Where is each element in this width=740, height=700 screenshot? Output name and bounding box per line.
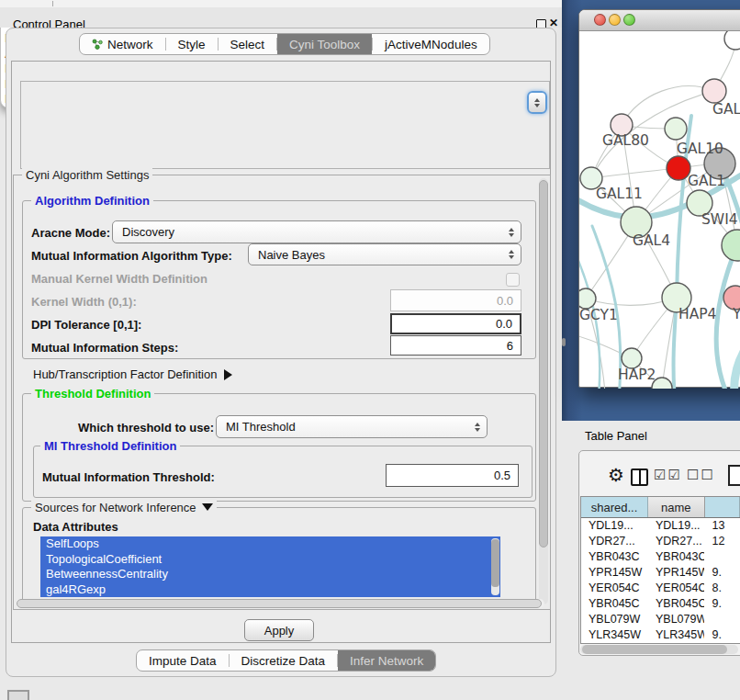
- network-node-swi4[interactable]: [722, 230, 740, 261]
- table-row[interactable]: YBR045CYBR045C9.: [581, 595, 740, 611]
- mi-threshold-field[interactable]: 0.5: [386, 464, 519, 487]
- column-divider: [639, 470, 641, 484]
- select-all-checkboxes-icon[interactable]: ☑☑: [654, 467, 682, 483]
- settings-scrollbar[interactable]: [539, 178, 548, 604]
- kernel-width-field: 0.0: [390, 289, 521, 311]
- table-scrollbar-thumb[interactable]: [582, 645, 727, 654]
- dpi-tolerance-label: DPI Tolerance [0,1]:: [31, 318, 141, 332]
- table-cell: YIL052C: [648, 642, 704, 644]
- network-node-hap2[interactable]: [622, 348, 642, 368]
- mi-threshold-value: 0.5: [494, 469, 510, 482]
- combo-arrows-icon: [509, 250, 514, 259]
- data-attributes-list[interactable]: SelfLoopsTopologicalCoefficientBetweenne…: [40, 536, 500, 597]
- settings-horizontal-scrollbar[interactable]: [16, 599, 544, 608]
- attributes-scrollbar-thumb[interactable]: [491, 539, 499, 587]
- table-row[interactable]: YDL19...YDL19...13: [581, 518, 740, 534]
- tab-select[interactable]: Select: [219, 34, 277, 54]
- mi-threshold-label: Mutual Information Threshold:: [42, 470, 215, 484]
- settings-scrollbar-thumb[interactable]: [539, 180, 548, 548]
- table-horizontal-scrollbar[interactable]: [580, 645, 738, 654]
- table-panel-title: Table Panel: [585, 429, 647, 443]
- aracne-mode-combobox[interactable]: Discovery: [112, 220, 521, 243]
- table-cell: YDR27...: [581, 534, 648, 549]
- node-label-swi4: SWI4: [701, 211, 738, 228]
- settings-group-title: Cyni Algorithm Settings: [22, 168, 152, 182]
- mi-type-label: Mutual Information Algorithm Type:: [31, 249, 232, 263]
- network-edge: [622, 86, 714, 125]
- mi-steps-label: Mutual Information Steps:: [31, 341, 178, 355]
- minimize-traffic-light[interactable]: [609, 14, 621, 26]
- which-threshold-label: Which threshold to use:: [78, 421, 214, 435]
- tab-impute-data[interactable]: Impute Data: [137, 650, 229, 671]
- table-cell: YBR043C: [648, 549, 704, 565]
- close-traffic-light[interactable]: [594, 14, 606, 26]
- table-cell: 12: [704, 534, 740, 549]
- network-canvas[interactable]: GALGAL80GAL10GAL11GAL1GAL4SWI4GCY1HAP4YH…: [579, 31, 740, 389]
- network-node-gal[interactable]: [702, 79, 726, 103]
- network-node-gcy1[interactable]: [579, 288, 596, 309]
- table-rows: YDL19...YDL19...13YDR27...YDR27...12YBR0…: [581, 518, 740, 644]
- column-header-shared[interactable]: shared...: [581, 497, 648, 517]
- zoom-traffic-light[interactable]: [623, 14, 635, 26]
- tab-cyni-toolbox[interactable]: Cyni Toolbox: [277, 34, 372, 54]
- manual-kernel-checkbox[interactable]: [506, 273, 520, 287]
- network-view-window[interactable]: GALGAL80GAL10GAL11GAL1GAL4SWI4GCY1HAP4YH…: [578, 9, 740, 388]
- mi-type-combobox[interactable]: Naive Bayes: [248, 243, 521, 265]
- attribute-item-selfloops[interactable]: SelfLoops: [40, 536, 500, 552]
- tab-jactivemnodules[interactable]: jActiveMNodules: [373, 34, 489, 54]
- table-row[interactable]: YBR043CYBR043C: [581, 549, 740, 565]
- control-panel-titlebar: Control Panel ✕: [0, 7, 562, 28]
- table-cell: YDL19...: [581, 518, 648, 534]
- tab-discretize-data[interactable]: Discretize Data: [230, 650, 338, 671]
- table-cell: [704, 549, 740, 565]
- hub-definition-label: Hub/Transcription Factor Definition: [33, 367, 217, 381]
- apply-button[interactable]: Apply: [244, 619, 314, 641]
- table-header-row: shared...name: [581, 497, 740, 518]
- dpi-tolerance-field[interactable]: 0.0: [390, 313, 521, 334]
- sources-title: Sources for Network Inference: [35, 501, 196, 514]
- sources-title-toggle[interactable]: Sources for Network Inference: [31, 501, 217, 514]
- which-threshold-value: MI Threshold: [226, 420, 296, 434]
- column-header-2[interactable]: [705, 497, 740, 517]
- column-header-name[interactable]: name: [648, 497, 705, 517]
- node-label-y: Y: [732, 306, 740, 322]
- table-cell: YBR045C: [648, 595, 704, 611]
- table-row[interactable]: YBL079WYBL079W: [581, 611, 740, 627]
- node-label-gal1: GAL1: [688, 173, 725, 189]
- apply-button-label: Apply: [264, 624, 295, 638]
- attributes-scrollbar[interactable]: [491, 538, 499, 595]
- tab-infer-network[interactable]: Infer Network: [338, 650, 435, 671]
- tab-network[interactable]: Network: [80, 34, 165, 54]
- table-row[interactable]: YDR27...YDR27...12: [581, 534, 740, 549]
- table-settings-gear-icon[interactable]: ⚙: [608, 464, 624, 486]
- attribute-item-topologicalcoefficient[interactable]: TopologicalCoefficient: [40, 552, 500, 568]
- node-label-gal11: GAL11: [596, 186, 643, 202]
- algorithm-combobox-spinner[interactable]: [527, 91, 547, 114]
- table-cell: YBL079W: [648, 611, 704, 627]
- network-node-gal10[interactable]: [665, 118, 687, 140]
- table-row[interactable]: YLR345WYLR345W9.: [581, 627, 740, 642]
- deselect-all-checkboxes-icon[interactable]: ☐☐: [687, 467, 715, 483]
- table-row[interactable]: YIL052CYIL052C9: [581, 642, 740, 644]
- which-threshold-combobox[interactable]: MI Threshold: [216, 415, 488, 438]
- cyni-mode-tabs: Impute DataDiscretize DataInfer Network: [136, 649, 436, 672]
- spinner-up-icon: [534, 98, 540, 102]
- node-label-gal: GAL: [712, 101, 740, 118]
- attribute-item-betweennesscentrality[interactable]: BetweennessCentrality: [40, 567, 500, 582]
- algorithm-definition-title: Algorithm Definition: [31, 194, 153, 208]
- column-visibility-icon[interactable]: [631, 469, 648, 486]
- hub-definition-toggle[interactable]: Hub/Transcription Factor Definition: [33, 367, 232, 381]
- mi-steps-field[interactable]: 6: [390, 335, 521, 356]
- table-row[interactable]: YPR145WYPR145W9.: [581, 565, 740, 581]
- horizontal-scrollbar-thumb[interactable]: [17, 599, 542, 608]
- network-window-titlebar[interactable]: [579, 10, 740, 31]
- network-node[interactable]: [724, 31, 740, 50]
- tab-select-label: Select: [230, 38, 265, 51]
- aracne-mode-label: Aracne Mode:: [31, 226, 110, 240]
- tab-style[interactable]: Style: [166, 34, 218, 54]
- attribute-item-gal4rgexp[interactable]: gal4RGexp: [40, 582, 500, 598]
- table-row[interactable]: YER054CYER054C8.: [581, 581, 740, 596]
- export-table-icon[interactable]: [728, 465, 740, 486]
- minimized-panel-icon[interactable]: [7, 690, 29, 700]
- panel-divider-grip[interactable]: [562, 338, 566, 346]
